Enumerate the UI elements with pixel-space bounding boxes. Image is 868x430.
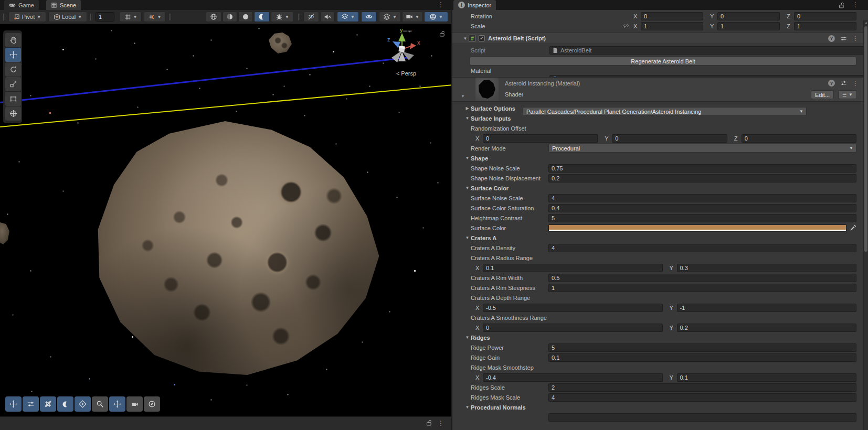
footer-lock-icon[interactable] — [426, 420, 432, 426]
help-icon[interactable]: ? — [828, 80, 835, 87]
snap-increment-button[interactable]: ▼ — [144, 12, 166, 22]
layers-dropdown[interactable]: ▼ — [379, 12, 401, 22]
field-ridge-gain[interactable] — [548, 353, 856, 362]
audio-mute-toggle[interactable] — [320, 12, 335, 22]
component-header[interactable]: ▼ # ✓ Asteroid Belt (Script) ? ⋮ — [452, 33, 868, 44]
scale-tool-button[interactable] — [5, 77, 21, 91]
component-enabled-checkbox[interactable]: ✓ — [479, 35, 485, 41]
property-row-surface-options[interactable]: ▶Surface Options — [452, 103, 868, 113]
field-ridge-power[interactable] — [548, 343, 856, 352]
scene-viewport[interactable]: ══ y z x < Persp — [0, 24, 451, 416]
material-header[interactable]: Asteroid Instancing (Material) ? ⋮ — [452, 77, 868, 89]
foldout-arrow-icon[interactable]: ▼ — [464, 156, 471, 160]
tab-inspector[interactable]: i Inspector — [453, 0, 496, 10]
draw-mode-button[interactable] — [206, 12, 221, 22]
gizmos-toggle[interactable]: ▼ — [424, 12, 448, 22]
rotation-z-input[interactable] — [794, 12, 856, 20]
footer-menu-icon[interactable]: ⋮ — [438, 420, 444, 426]
overlay-grid-snap-button[interactable] — [40, 396, 56, 412]
field-craters-a-rim-steepness[interactable] — [548, 284, 856, 292]
tab-game[interactable]: Game — [4, 0, 39, 10]
tab-scene[interactable]: Scene — [46, 0, 81, 10]
foldout-arrow-icon[interactable]: ▼ — [464, 405, 471, 410]
field-surface-color-saturation[interactable] — [548, 204, 856, 212]
vec2-y-input[interactable] — [677, 304, 857, 312]
scrollbar-thumb[interactable] — [864, 26, 867, 252]
script-object-field[interactable]: AsteroidBelt — [549, 46, 868, 55]
vec2-x-input[interactable] — [483, 304, 663, 312]
scale-z-input[interactable] — [794, 22, 856, 30]
orientation-toggle-button[interactable]: Local ▼ — [48, 12, 87, 22]
foldout-arrow-icon[interactable]: ▼ — [464, 235, 471, 240]
field-shape-noise-displacement[interactable] — [548, 174, 856, 182]
overlay-tool-settings-button[interactable] — [23, 396, 39, 412]
field-shape-noise-scale[interactable] — [548, 164, 856, 173]
overlay-view-options-button[interactable] — [57, 396, 73, 412]
vec3-y-input[interactable] — [612, 134, 727, 143]
vec2-y-input[interactable] — [677, 264, 857, 272]
gizmo-x-cone[interactable] — [410, 43, 416, 49]
shader-menu-button[interactable]: ☰ ▼ — [838, 90, 857, 99]
field-ridges-scale[interactable] — [548, 383, 856, 392]
viewport-lock-icon[interactable] — [439, 30, 446, 37]
toolbar-handle[interactable] — [3, 14, 5, 20]
overlay-orientation-button[interactable] — [109, 396, 125, 412]
regenerate-asteroid-belt-button[interactable]: Regenerate Asteroid Belt — [470, 57, 856, 66]
effects-menu-button[interactable]: ▼ — [271, 12, 294, 22]
asteroid-small[interactable] — [269, 33, 292, 53]
presets-icon[interactable] — [840, 80, 847, 87]
help-icon[interactable]: ? — [828, 35, 835, 42]
foldout-arrow-icon[interactable]: ▼ — [464, 116, 471, 121]
vec2-x-input[interactable] — [483, 373, 663, 382]
asteroid-large[interactable] — [84, 109, 388, 387]
hand-tool-button[interactable] — [5, 33, 21, 47]
property-row-craters-a[interactable]: ▼Craters A — [452, 233, 868, 243]
shaded-wireframe-button[interactable] — [223, 12, 237, 22]
presets-icon[interactable] — [840, 35, 847, 42]
move-tool-button[interactable] — [5, 48, 21, 62]
scene-panel-menu-icon[interactable]: ⋮ — [438, 2, 444, 8]
foldout-arrow-icon[interactable]: ▶ — [464, 106, 471, 111]
rect-tool-button[interactable] — [5, 92, 21, 106]
2d-toggle[interactable]: 2D — [303, 12, 319, 22]
scale-y-input[interactable] — [717, 22, 780, 30]
material-foldout-icon[interactable]: ▼ — [461, 94, 465, 99]
overlay-tools-button[interactable] — [5, 396, 22, 412]
component-menu-icon[interactable]: ⋮ — [852, 35, 859, 41]
asteroid-edge[interactable] — [0, 222, 9, 244]
scene-visibility-toggle[interactable] — [361, 12, 377, 22]
inspector-menu-icon[interactable]: ⋮ — [852, 2, 859, 8]
rotate-tool-button[interactable] — [5, 62, 21, 77]
foldout-arrow-icon[interactable]: ▼ — [462, 36, 469, 41]
vec3-z-input[interactable] — [742, 134, 856, 143]
perspective-label[interactable]: < Persp — [386, 70, 426, 77]
property-row-shape[interactable]: ▼Shape — [452, 153, 868, 163]
field-heightmap-contrast[interactable] — [548, 214, 856, 222]
vec2-y-input[interactable] — [677, 373, 857, 382]
vec2-x-input[interactable] — [483, 324, 663, 332]
overlay-effects-toggle[interactable]: ▼ — [337, 12, 359, 22]
foldout-arrow-icon[interactable]: ▼ — [464, 335, 471, 340]
unlink-scale-icon[interactable] — [623, 23, 633, 29]
material-preview-thumbnail[interactable] — [475, 78, 499, 101]
scale-x-input[interactable] — [641, 22, 703, 30]
field-surface-noise-scale[interactable] — [548, 194, 856, 202]
surface-color-swatch[interactable] — [548, 224, 846, 232]
rotation-y-input[interactable] — [717, 12, 780, 20]
gizmo-y-cone[interactable] — [398, 33, 406, 41]
snap-grid-button[interactable]: ▼ — [120, 12, 142, 22]
scroll-up-icon[interactable]: ▲ — [864, 21, 868, 24]
field-craters-a-density[interactable] — [548, 244, 856, 252]
eyedropper-icon[interactable] — [850, 224, 856, 231]
inspector-scrollbar[interactable]: ▲ — [863, 20, 868, 430]
field-field[interactable] — [548, 413, 856, 422]
foldout-arrow-icon[interactable]: ▼ — [464, 186, 471, 190]
vec2-y-input[interactable] — [677, 324, 857, 332]
vec2-x-input[interactable] — [483, 264, 663, 272]
property-row-procedural-normals[interactable]: ▼Procedural Normals — [452, 402, 868, 412]
field-ridges-mask-scale[interactable] — [548, 393, 856, 402]
transform-tool-button[interactable] — [5, 106, 21, 121]
overlay-camera-preview-button[interactable] — [126, 396, 143, 412]
material-menu-icon[interactable]: ⋮ — [852, 80, 859, 87]
property-row-surface-inputs[interactable]: ▼Surface Inputs — [452, 113, 868, 123]
